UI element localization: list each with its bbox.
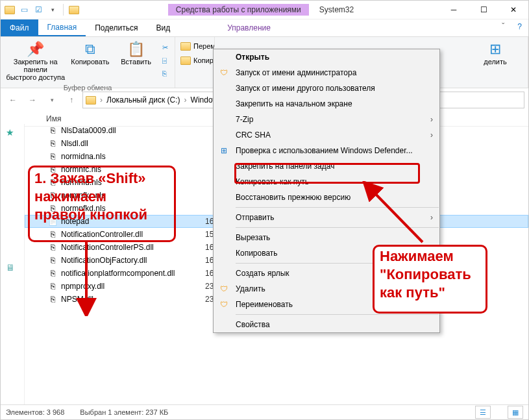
copy-path-icon: ⍈	[162, 56, 167, 64]
ribbon-tabs: Файл Главная Поделиться Вид Управление ˇ…	[1, 19, 528, 37]
explorer-window: ▭ ☑ ▾ Средства работы с приложениями Sys…	[0, 0, 529, 420]
minimize-button[interactable]: ─	[439, 1, 469, 19]
window-title: System32	[319, 5, 354, 14]
folder-icon	[180, 56, 191, 65]
view-icons-button[interactable]: ▦	[508, 406, 523, 419]
chevron-right-icon[interactable]: ›	[184, 95, 187, 105]
menu-item-label: Свойства	[236, 320, 270, 329]
paste-shortcut-button[interactable]: ⎘	[160, 67, 171, 80]
file-icon: ⎘	[47, 294, 58, 304]
menu-item[interactable]: Свойства	[214, 317, 439, 332]
paste-button[interactable]: 📋 Вставить	[114, 40, 158, 66]
menu-item[interactable]: Открыть	[214, 49, 439, 65]
tab-manage[interactable]: Управление	[218, 19, 280, 36]
shield-icon: 🛡	[219, 300, 229, 309]
qat-folder-icon[interactable]	[69, 5, 79, 15]
file-icon: ⎘	[47, 268, 58, 278]
select-icon: ⊞	[489, 41, 501, 58]
file-icon: ⎘	[47, 242, 58, 253]
quick-access-icon[interactable]: ★	[6, 127, 19, 138]
menu-item-label: Восстановить прежнюю версию	[236, 193, 351, 202]
recent-dropdown[interactable]: ▾	[43, 92, 60, 108]
menu-item-label: Вырезать	[236, 233, 270, 242]
chevron-right-icon: ›	[430, 130, 433, 140]
close-button[interactable]: ✕	[498, 1, 528, 19]
menu-separator	[236, 207, 439, 208]
qat-properties-icon[interactable]: ▭	[19, 5, 29, 15]
column-name[interactable]: Имя	[46, 114, 206, 123]
menu-item-label: Закрепить на начальном экране	[236, 99, 352, 108]
menu-item-label: Создать ярлык	[236, 269, 289, 278]
file-name: NotificationObjFactory.dll	[61, 256, 205, 265]
menu-item[interactable]: ⊞Проверка с использованием Windows Defen…	[214, 143, 439, 158]
menu-item[interactable]: 🛡Запуск от имени администратора	[214, 65, 439, 80]
cut-button[interactable]: ✂	[160, 41, 171, 54]
shield-icon: 🛡	[219, 68, 229, 77]
menu-item[interactable]: Восстановить прежнюю версию	[214, 190, 439, 205]
maximize-button[interactable]: ☐	[469, 1, 498, 19]
contextual-tab-label: Средства работы с приложениями	[168, 4, 309, 16]
menu-item-label: 7-Zip	[236, 115, 253, 124]
annotation-text: Нажимаем "Копировать как путь"	[380, 247, 471, 302]
title-bar: ▭ ☑ ▾ Средства работы с приложениями Sys…	[1, 1, 528, 19]
menu-item[interactable]: Вырезать	[214, 230, 439, 245]
select-button[interactable]: ⊞ делить	[472, 40, 519, 66]
shortcut-icon: ⎘	[162, 69, 167, 77]
file-name: npmproxy.dll	[61, 282, 205, 291]
move-to-button[interactable]: Перем	[178, 40, 215, 53]
menu-item[interactable]: Запуск от имени другого пользователя	[214, 80, 439, 96]
chevron-right-icon[interactable]: ›	[100, 95, 103, 105]
menu-item-label: Запуск от имени администратора	[236, 68, 356, 77]
qat-checkbox-icon[interactable]: ☑	[33, 5, 43, 15]
tab-file[interactable]: Файл	[1, 19, 38, 36]
pin-icon: 📌	[27, 41, 44, 58]
copy-icon: ⧉	[85, 41, 95, 58]
file-icon: ⎘	[47, 125, 58, 136]
chevron-right-icon: ›	[430, 213, 433, 222]
copy-button[interactable]: ⧉ Копировать	[68, 40, 112, 66]
menu-separator	[236, 314, 439, 315]
copy-to-button[interactable]: Копир	[178, 54, 215, 67]
back-button[interactable]: ←	[5, 92, 21, 108]
forward-button[interactable]: →	[24, 92, 41, 108]
ribbon-collapse-icon[interactable]: ˇ	[495, 19, 511, 36]
copy-path-button[interactable]: ⍈	[160, 54, 171, 67]
menu-item-label: Проверка с использованием Windows Defend…	[236, 146, 413, 155]
breadcrumb-segment[interactable]: Локальный диск (C:)	[104, 95, 183, 105]
file-icon: ⎘	[47, 255, 58, 266]
drive-icon	[86, 96, 96, 105]
file-name: NlsData0009.dll	[61, 126, 205, 135]
file-name: NPSM.dll	[61, 295, 205, 304]
menu-item[interactable]: CRC SHA›	[214, 127, 439, 143]
pin-quick-access-button[interactable]: 📌 Закрепить на панели быстрого доступа	[5, 40, 66, 81]
file-name: Nlsdl.dll	[61, 139, 205, 148]
file-name: notificationplatformcomponent.dll	[61, 269, 205, 278]
explorer-icon	[5, 5, 15, 15]
menu-item-label: Копировать	[236, 249, 278, 258]
view-details-button[interactable]: ☰	[475, 406, 491, 419]
help-icon[interactable]: ?	[511, 19, 528, 36]
tab-home[interactable]: Главная	[38, 19, 86, 36]
nav-pane: ★ 🖥	[1, 124, 25, 405]
file-icon: ⎘	[47, 151, 58, 162]
menu-item[interactable]: Отправить›	[214, 210, 439, 225]
quick-access-toolbar: ▭ ☑ ▾	[1, 4, 83, 16]
menu-item[interactable]: 7-Zip›	[214, 112, 439, 127]
menu-item[interactable]: Закрепить на начальном экране	[214, 96, 439, 112]
separator	[63, 4, 64, 16]
menu-item-label: CRC SHA	[236, 130, 271, 140]
qat-dropdown-icon[interactable]: ▾	[47, 5, 58, 15]
up-button[interactable]: ↑	[63, 92, 80, 108]
file-name: NotificationControllerPS.dll	[61, 243, 205, 252]
tab-view[interactable]: Вид	[147, 19, 179, 36]
folder-icon	[180, 42, 191, 51]
menu-item-label: Запуск от имени другого пользователя	[236, 84, 375, 93]
status-selection: Выбран 1 элемент: 237 КБ	[80, 408, 168, 416]
paste-icon: 📋	[127, 41, 145, 58]
file-icon: ⎘	[47, 281, 58, 291]
tab-share[interactable]: Поделиться	[86, 19, 147, 36]
this-pc-icon[interactable]: 🖥	[6, 262, 19, 273]
menu-item-label: Удалить	[236, 284, 265, 293]
menu-item-label: Открыть	[236, 53, 269, 62]
file-icon: ⎘	[47, 138, 58, 149]
